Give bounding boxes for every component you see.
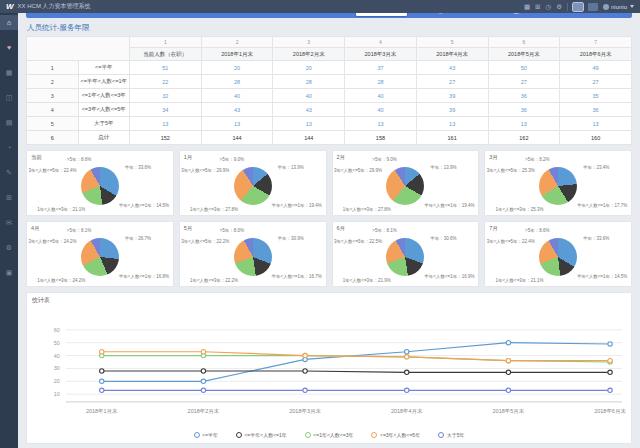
cell-value[interactable]: 39 <box>416 89 488 103</box>
sidebar-item-personnel[interactable]: ◫ <box>0 90 18 105</box>
sidebar-item-modules[interactable]: ⊞ <box>0 190 18 205</box>
cell-value[interactable]: 32 <box>130 89 202 103</box>
cell-value[interactable]: 20 <box>273 61 345 75</box>
data-point[interactable] <box>506 370 510 374</box>
x-tick-label: 2018年4月末 <box>391 408 423 415</box>
user-menu[interactable]: niuniu <box>603 4 634 10</box>
cell-value[interactable]: 27 <box>416 75 488 89</box>
cell-value[interactable]: 36 <box>488 89 560 103</box>
data-point[interactable] <box>100 379 104 383</box>
data-point[interactable] <box>201 350 205 354</box>
cell-value[interactable]: 51 <box>130 61 202 75</box>
cell-value[interactable]: 40 <box>345 103 417 117</box>
pie-chart[interactable] <box>234 238 272 276</box>
trend-chart-svg[interactable]: 1020304050602018年1月末2018年2月末2018年3月末2018… <box>32 306 626 426</box>
cell-value[interactable]: 35 <box>560 89 632 103</box>
data-point[interactable] <box>303 369 307 373</box>
avatar-thumbnail-active[interactable] <box>573 3 583 11</box>
data-point[interactable] <box>201 388 205 392</box>
data-point[interactable] <box>201 369 205 373</box>
cell-value[interactable]: 43 <box>273 103 345 117</box>
cell-value[interactable]: 27 <box>560 75 632 89</box>
data-point[interactable] <box>405 370 409 374</box>
pie-card-title: 4月 <box>31 225 40 232</box>
data-point[interactable] <box>608 370 612 374</box>
sidebar-item-settings[interactable]: ⚙ <box>0 240 18 255</box>
sidebar-item-reports[interactable]: ▤ <box>0 115 18 130</box>
legend-item[interactable]: <=半年<人数<=1年 <box>236 432 287 438</box>
series-line[interactable] <box>102 352 610 361</box>
pie-chart[interactable] <box>539 238 577 276</box>
cell-value[interactable]: 34 <box>130 103 202 117</box>
calendar-icon[interactable]: ▦ <box>524 0 530 13</box>
data-point[interactable] <box>608 342 612 346</box>
cell-value[interactable]: 27 <box>488 75 560 89</box>
cell-value[interactable]: 13 <box>345 117 417 131</box>
data-point[interactable] <box>506 388 510 392</box>
sidebar-item-messages[interactable]: ✉ <box>0 215 18 230</box>
data-point[interactable] <box>405 355 409 359</box>
sidebar-item-org-chart[interactable]: ▦ <box>0 65 18 80</box>
cell-value[interactable]: 13 <box>273 117 345 131</box>
legend-item[interactable]: <=半年 <box>194 432 218 438</box>
avatar-thumbnail[interactable] <box>588 3 598 11</box>
cell-value[interactable]: 49 <box>560 61 632 75</box>
data-point[interactable] <box>608 359 612 363</box>
cell-value[interactable]: 37 <box>345 61 417 75</box>
legend-item[interactable]: <=1年<人数<=3年 <box>305 432 354 438</box>
cell-value[interactable]: 43 <box>201 103 273 117</box>
pie-chart[interactable] <box>234 167 272 205</box>
cell-value[interactable]: 13 <box>560 117 632 131</box>
cell-value[interactable]: 40 <box>345 89 417 103</box>
series-line[interactable] <box>102 371 610 372</box>
data-point[interactable] <box>608 388 612 392</box>
sidebar-item-edit[interactable]: ✎ <box>0 165 18 180</box>
data-point[interactable] <box>506 359 510 363</box>
data-point[interactable] <box>100 388 104 392</box>
sidebar-item-home[interactable]: ⌂ <box>0 15 18 30</box>
cell-value[interactable]: 13 <box>201 117 273 131</box>
trend-chart[interactable]: 1020304050602018年1月末2018年2月末2018年3月末2018… <box>32 306 626 430</box>
cell-value: 162 <box>488 131 560 145</box>
cell-value[interactable]: 50 <box>488 61 560 75</box>
row-label: 大于5年 <box>78 117 130 131</box>
legend-item[interactable]: 大于5年 <box>438 432 464 438</box>
cell-value[interactable]: 20 <box>201 61 273 75</box>
cell-value[interactable]: 36 <box>488 103 560 117</box>
data-point[interactable] <box>100 350 104 354</box>
cell-value[interactable]: 43 <box>416 61 488 75</box>
legend-item[interactable]: <=3年<人数<=5年 <box>371 432 420 438</box>
cell-value[interactable]: 40 <box>273 89 345 103</box>
data-point[interactable] <box>100 369 104 373</box>
sidebar-item-favorites[interactable]: ♥ <box>0 40 18 55</box>
data-point[interactable] <box>303 388 307 392</box>
cell-value[interactable]: 13 <box>416 117 488 131</box>
table-corner-cell <box>27 37 130 61</box>
sidebar-item-dashboard[interactable]: ▣ <box>0 265 18 280</box>
pie-chart[interactable] <box>81 167 119 205</box>
sidebar-item-schedule[interactable]: ◔ <box>0 140 18 155</box>
cell-value[interactable]: 36 <box>560 103 632 117</box>
settings-icon[interactable]: ⚙ <box>556 0 562 13</box>
cell-value[interactable]: 13 <box>130 117 202 131</box>
pie-chart[interactable] <box>539 167 577 205</box>
clock-icon[interactable]: ◷ <box>545 0 551 13</box>
cell-value[interactable]: 28 <box>201 75 273 89</box>
data-point[interactable] <box>201 379 205 383</box>
series-line[interactable] <box>102 343 610 382</box>
cell-value[interactable]: 22 <box>130 75 202 89</box>
data-point[interactable] <box>303 353 307 357</box>
data-point[interactable] <box>506 340 510 344</box>
data-point[interactable] <box>405 388 409 392</box>
pie-chart[interactable] <box>386 238 424 276</box>
pie-chart[interactable] <box>386 167 424 205</box>
cell-value[interactable]: 13 <box>488 117 560 131</box>
pie-chart[interactable] <box>81 238 119 276</box>
data-point[interactable] <box>405 350 409 354</box>
cell-value[interactable]: 40 <box>201 89 273 103</box>
cell-value[interactable]: 28 <box>345 75 417 89</box>
cell-value[interactable]: 39 <box>416 103 488 117</box>
cell-value[interactable]: 28 <box>273 75 345 89</box>
apps-icon[interactable]: ⊞ <box>535 0 540 13</box>
pie-label: 3年<人数<=5年：22.4% <box>487 239 535 244</box>
